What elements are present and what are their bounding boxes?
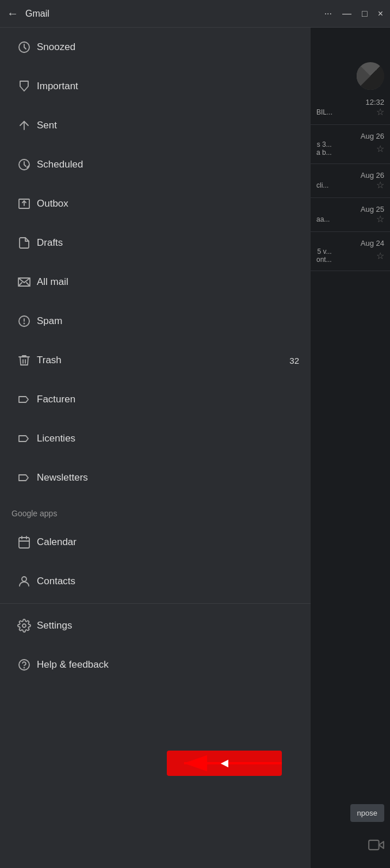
- svg-marker-21: [379, 842, 384, 848]
- trash-badge: 32: [289, 356, 299, 366]
- video-icon[interactable]: [368, 837, 384, 856]
- email-peek-2[interactable]: Aug 26 s 3... a b... ☆: [311, 125, 390, 164]
- email-preview-3: cli...: [316, 181, 328, 189]
- main-layout: Snoozed Important Sent Scheduled: [0, 28, 390, 868]
- maximize-button[interactable]: □: [362, 9, 368, 19]
- email-preview-5a: 5 v...: [316, 248, 332, 256]
- email-time-4: Aug 25: [361, 205, 384, 214]
- contacts-icon: [12, 574, 37, 588]
- allmail-label: All mail: [37, 276, 299, 288]
- important-icon: [12, 79, 37, 93]
- more-button[interactable]: ···: [324, 9, 332, 19]
- trash-icon: [12, 353, 37, 367]
- divider: [0, 603, 311, 604]
- email-time-3: Aug 26: [361, 171, 384, 180]
- sidebar-item-outbox[interactable]: Outbox: [0, 184, 311, 223]
- sidebar-item-licenties[interactable]: Licenties: [0, 419, 311, 458]
- drafts-label: Drafts: [37, 237, 299, 249]
- outbox-icon: [12, 197, 37, 211]
- sidebar-item-spam[interactable]: Spam: [0, 302, 311, 341]
- settings-label: Settings: [37, 620, 299, 631]
- sidebar-item-newsletters[interactable]: Newsletters: [0, 458, 311, 497]
- email-peek-1[interactable]: 12:32 BIL... ☆: [311, 91, 390, 125]
- svg-rect-22: [369, 840, 379, 850]
- window-controls: ··· — □ ×: [324, 9, 383, 19]
- sidebar-item-important[interactable]: Important: [0, 67, 311, 106]
- sent-label: Sent: [37, 120, 299, 131]
- close-button[interactable]: ×: [378, 9, 383, 19]
- email-preview-2b: a b...: [316, 149, 332, 157]
- important-label: Important: [37, 81, 299, 92]
- email-time-5: Aug 24: [361, 239, 384, 248]
- email-preview-1: BIL...: [316, 108, 332, 116]
- app-title: Gmail: [25, 9, 324, 19]
- sidebar-item-settings[interactable]: Settings: [0, 606, 311, 645]
- licenties-label: Licenties: [37, 433, 299, 444]
- star-3[interactable]: ☆: [376, 180, 384, 191]
- star-4[interactable]: ☆: [376, 214, 384, 224]
- sidebar-item-snoozed[interactable]: Snoozed: [0, 28, 311, 67]
- email-peek-4[interactable]: Aug 25 aa... ☆: [311, 198, 390, 232]
- email-list-peek: 12:32 BIL... ☆ Aug 26 s 3... a b... ☆: [311, 91, 390, 271]
- avatar[interactable]: [357, 62, 384, 90]
- facturen-label: Facturen: [37, 394, 299, 405]
- star-5[interactable]: ☆: [376, 250, 384, 261]
- sidebar-item-drafts[interactable]: Drafts: [0, 223, 311, 262]
- sidebar: Snoozed Important Sent Scheduled: [0, 28, 311, 868]
- star-2[interactable]: ☆: [376, 143, 384, 154]
- clock-icon: [12, 40, 37, 54]
- email-peek-5[interactable]: Aug 24 5 v... ont... ☆: [311, 232, 390, 271]
- help-icon: [12, 658, 37, 672]
- trash-label: Trash: [37, 355, 289, 366]
- email-time-1: 12:32: [365, 98, 384, 106]
- helpfeedback-label: Help & feedback: [37, 659, 299, 671]
- right-panel: 12:32 BIL... ☆ Aug 26 s 3... a b... ☆: [311, 28, 390, 868]
- sidebar-item-facturen[interactable]: Facturen: [0, 380, 311, 419]
- scheduled-icon: [12, 158, 37, 172]
- label-facturen-icon: [12, 393, 37, 406]
- snoozed-label: Snoozed: [37, 41, 299, 53]
- sidebar-item-allmail[interactable]: All mail: [0, 262, 311, 302]
- sent-icon: [12, 119, 37, 132]
- sidebar-item-sent[interactable]: Sent: [0, 106, 311, 145]
- allmail-icon: [12, 275, 37, 289]
- contacts-label: Contacts: [37, 576, 299, 587]
- svg-point-20: [24, 668, 25, 668]
- drafts-icon: [12, 236, 37, 250]
- minimize-button[interactable]: —: [342, 9, 351, 19]
- label-licenties-icon: [12, 432, 37, 446]
- star-1[interactable]: ☆: [376, 106, 384, 117]
- back-button[interactable]: ←: [7, 7, 18, 20]
- google-apps-header: Google apps: [0, 497, 311, 523]
- svg-point-18: [22, 624, 26, 627]
- spam-label: Spam: [37, 315, 299, 327]
- scheduled-label: Scheduled: [37, 159, 299, 170]
- sidebar-item-contacts[interactable]: Contacts: [0, 562, 311, 601]
- email-time-2: Aug 26: [361, 132, 384, 140]
- svg-point-12: [24, 323, 25, 324]
- email-preview-2a: s 3...: [316, 140, 332, 149]
- email-peek-3[interactable]: Aug 26 cli... ☆: [311, 164, 390, 198]
- spam-icon: [12, 314, 37, 328]
- sidebar-item-scheduled[interactable]: Scheduled: [0, 145, 311, 184]
- sidebar-item-helpfeedback[interactable]: Help & feedback: [0, 645, 311, 684]
- calendar-icon: [12, 535, 37, 549]
- calendar-label: Calendar: [37, 536, 299, 548]
- compose-button[interactable]: npose: [350, 804, 384, 822]
- sidebar-item-trash[interactable]: Trash 32: [0, 341, 311, 380]
- sidebar-item-calendar[interactable]: Calendar: [0, 523, 311, 562]
- outbox-label: Outbox: [37, 198, 299, 210]
- email-preview-5b: ont...: [316, 256, 332, 264]
- label-newsletters-icon: [12, 471, 37, 485]
- newsletters-label: Newsletters: [37, 472, 299, 484]
- svg-rect-13: [19, 538, 29, 548]
- settings-icon: [12, 619, 37, 633]
- svg-point-17: [22, 577, 26, 581]
- email-preview-4: aa...: [316, 215, 330, 223]
- svg-marker-1: [20, 81, 28, 91]
- titlebar: ← Gmail ··· — □ ×: [0, 0, 390, 28]
